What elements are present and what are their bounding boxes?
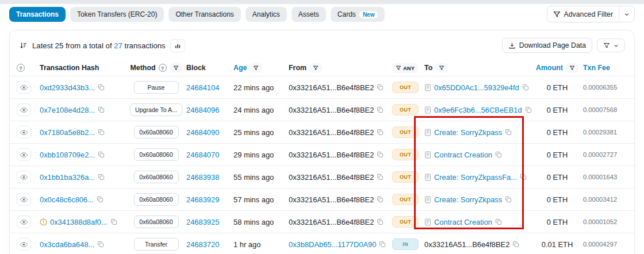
copy-icon[interactable] [110, 218, 117, 225]
block-link[interactable]: 24683938 [186, 173, 219, 182]
amount-sort-toggle[interactable]: Amount [536, 64, 563, 72]
age-sort-toggle[interactable]: Age [233, 64, 247, 72]
method-badge[interactable]: 0x60a08060 [134, 126, 179, 138]
to-address[interactable]: Create: SorryZkpass [434, 128, 502, 137]
tx-hash-link[interactable]: 0x3cda6ba648... [40, 240, 94, 249]
block-link[interactable]: 24683929 [186, 195, 219, 204]
table-filter-button[interactable] [597, 39, 625, 52]
txn-fee-sort-toggle[interactable]: Txn Fee [583, 64, 610, 72]
to-filter-button[interactable] [435, 63, 448, 72]
copy-icon[interactable] [520, 174, 527, 180]
copy-icon[interactable] [98, 84, 105, 91]
total-count-link[interactable]: 27 [114, 41, 122, 50]
eye-preview-button[interactable] [17, 238, 31, 251]
copy-icon[interactable] [98, 106, 105, 113]
copy-icon[interactable] [377, 129, 384, 136]
eye-preview-button[interactable] [17, 193, 31, 206]
tab-other-transactions[interactable]: Other Transactions [168, 7, 240, 22]
advanced-filter-caret[interactable] [619, 6, 634, 22]
block-link[interactable]: 24683925 [186, 218, 219, 226]
from-filter-button[interactable] [309, 63, 322, 72]
method-badge[interactable]: Upgrade To A... [130, 103, 182, 116]
advanced-filter-main[interactable]: Advanced Filter [547, 6, 619, 22]
from-address[interactable]: 0x33216A51...B6e4f8BE2 [289, 218, 374, 226]
copy-icon[interactable] [512, 241, 519, 248]
block-link[interactable]: 24684104 [186, 83, 219, 92]
copy-icon[interactable] [505, 129, 512, 136]
method-help-icon[interactable]: ? [159, 64, 167, 72]
from-address[interactable]: 0x33216A51...B6e4f8BE2 [289, 106, 374, 114]
to-address[interactable]: Create: SorryZkpassFa... [434, 173, 517, 182]
to-address[interactable]: 0x65DD0Ac1...59329e4fd [434, 83, 519, 92]
tx-hash-link[interactable]: 0x7e108e4d28... [40, 106, 95, 114]
from-address[interactable]: 0x33216A51...B6e4f8BE2 [289, 83, 374, 92]
method-filter-button[interactable] [170, 63, 182, 72]
direction-filter-button[interactable]: ANY [392, 63, 418, 73]
age-filter-button[interactable] [250, 63, 262, 72]
tab-analytics[interactable]: Analytics [246, 7, 287, 22]
to-address[interactable]: Create: SorryZkpass [434, 195, 502, 204]
from-address[interactable]: 0x33216A51...B6e4f8BE2 [289, 195, 374, 204]
from-address[interactable]: 0x33216A51...B6e4f8BE2 [289, 151, 374, 159]
method-badge[interactable]: Pause [134, 81, 179, 94]
tab-label: Analytics [252, 10, 280, 18]
amount-filter-button[interactable] [566, 63, 578, 72]
method-badge[interactable]: 0x60a08060 [134, 171, 179, 183]
copy-icon[interactable] [98, 174, 105, 180]
table-row: 0x7e108e4d28... Upgrade To A... 24684096… [10, 98, 634, 121]
copy-icon[interactable] [522, 84, 529, 91]
eye-preview-button[interactable] [17, 215, 31, 228]
copy-icon[interactable] [495, 151, 502, 158]
copy-icon[interactable] [98, 151, 105, 158]
eye-preview-button[interactable] [17, 81, 31, 94]
copy-icon[interactable] [377, 196, 384, 203]
method-badge[interactable]: Transfer [134, 238, 179, 251]
eye-preview-button[interactable] [17, 171, 31, 183]
tx-hash-link[interactable]: 0xd2933d43b3... [40, 83, 95, 92]
eye-preview-button[interactable] [17, 148, 31, 161]
copy-icon[interactable] [379, 241, 386, 248]
download-page-data-button[interactable]: Download Page Data [502, 38, 592, 53]
eye-preview-button[interactable] [17, 103, 31, 116]
copy-icon[interactable] [377, 106, 384, 113]
copy-icon[interactable] [377, 218, 384, 225]
chart-view-button[interactable] [170, 39, 185, 52]
copy-icon[interactable] [377, 84, 384, 91]
block-link[interactable]: 24684096 [186, 106, 219, 114]
copy-icon[interactable] [495, 218, 502, 225]
tab-transactions[interactable]: Transactions [9, 7, 66, 22]
block-link[interactable]: 24683720 [186, 240, 219, 249]
to-address[interactable]: 0x33216A51...B6e4f8BE2 [424, 240, 509, 249]
tx-hash-link[interactable]: 0x341388d8af0... [50, 218, 108, 226]
tab-cards[interactable]: CardsNew [331, 7, 385, 22]
eye-preview-button[interactable] [17, 126, 31, 138]
copy-icon[interactable] [377, 151, 384, 158]
copy-icon[interactable] [505, 196, 512, 203]
copy-icon[interactable] [97, 241, 104, 248]
tx-hash-link[interactable]: 0x7180a5e8b2... [40, 128, 95, 137]
tx-hash-link[interactable]: 0xbb108709e2... [40, 151, 95, 159]
tx-hash-link[interactable]: 0x1bb1ba326a... [40, 173, 95, 182]
help-question-icon[interactable]: ? [17, 64, 25, 72]
method-badge[interactable]: 0x60a08060 [134, 148, 179, 161]
tab-token-transfers-erc-20[interactable]: Token Transfers (ERC-20) [70, 7, 164, 22]
table-row: 0xbb108709e2... 0x60a08060 24684070 29 m… [10, 143, 634, 166]
advanced-filter-button[interactable]: Advanced Filter [547, 6, 635, 22]
from-address[interactable]: 0x33216A51...B6e4f8BE2 [289, 173, 374, 182]
to-address[interactable]: Contract Creation [434, 151, 492, 159]
copy-icon[interactable] [525, 106, 531, 113]
block-link[interactable]: 24684070 [186, 151, 219, 159]
method-badge[interactable]: 0x60a08060 [134, 193, 179, 206]
from-address[interactable]: 0x33216A51...B6e4f8BE2 [289, 128, 374, 137]
tab-assets[interactable]: Assets [292, 7, 326, 22]
copy-icon[interactable] [97, 196, 103, 203]
block-link[interactable]: 24684090 [186, 128, 219, 137]
from-address[interactable]: 0x3b8DAb65...1177D0A90 [289, 240, 376, 249]
tx-hash-link[interactable]: 0x0c48c6c806... [40, 195, 94, 204]
contract-icon [424, 84, 431, 91]
copy-icon[interactable] [377, 174, 384, 180]
method-badge[interactable]: 0x60a08060 [134, 215, 179, 228]
to-address[interactable]: Contract Creation [434, 218, 492, 226]
to-address[interactable]: 0x9e6Fc3b6...56CBeEB1d [434, 106, 522, 114]
copy-icon[interactable] [98, 129, 105, 136]
